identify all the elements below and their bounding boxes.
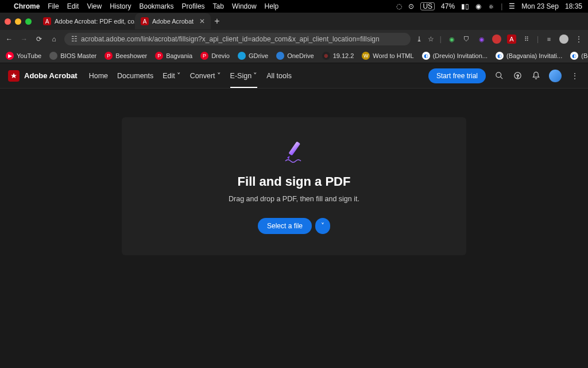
macos-menubar: Chrome File Edit View History Bookmarks …	[0, 0, 588, 13]
more-menu-icon[interactable]: ⋮	[570, 71, 580, 81]
nav-esign[interactable]: E-Sign ˅	[230, 63, 258, 88]
ext-puzzle-icon[interactable]: ⠿	[522, 34, 531, 44]
wifi-icon[interactable]: ◉	[475, 2, 481, 10]
tab-acrobat-pdf-edit[interactable]: A Adobe Acrobat: PDF edit, co... ✕	[37, 13, 135, 29]
browser-addressbar: ← → ⟳ ⌂ ☷ acrobat.adobe.com/link/acrobat…	[0, 30, 588, 48]
home-button[interactable]: ⌂	[49, 35, 59, 43]
acrobat-logo-icon	[8, 70, 20, 82]
ext-red-icon[interactable]	[492, 34, 501, 44]
help-icon[interactable]: ?	[512, 71, 523, 81]
bookmark-beeshower[interactable]: PBeeshower	[105, 52, 147, 60]
tab-label: Adobe Acrobat	[152, 18, 194, 25]
chevron-down-icon: ˅	[177, 71, 181, 80]
menu-help[interactable]: Help	[265, 2, 279, 10]
battery-icon: ▮▯	[461, 2, 469, 10]
acrobat-brand-label: Adobe Acrobat	[24, 71, 78, 80]
bookmarks-bar: ▶YouTube BIOS Master PBeeshower PBagvani…	[0, 48, 588, 63]
nav-alltools[interactable]: All tools	[266, 63, 292, 88]
fill-sign-card: Fill and sign a PDF Drag and drop a PDF,…	[122, 117, 466, 255]
svg-marker-5	[287, 156, 290, 159]
menu-profiles[interactable]: Profiles	[182, 2, 205, 10]
bookmark-drevio[interactable]: PDrevio	[200, 52, 230, 60]
svg-rect-4	[288, 141, 300, 156]
acrobat-main: Fill and sign a PDF Drag and drop a PDF,…	[0, 89, 588, 368]
nav-convert[interactable]: Convert ˅	[190, 63, 221, 88]
tab-favicon-icon: A	[43, 17, 51, 25]
status-record-icon[interactable]: ⊙	[408, 2, 414, 10]
close-window-button[interactable]	[5, 18, 11, 25]
browser-tabstrip: A Adobe Acrobat: PDF edit, co... ✕ A Ado…	[0, 13, 588, 30]
acrobat-logo[interactable]: Adobe Acrobat	[8, 70, 78, 82]
install-app-icon[interactable]: ⤓	[416, 35, 422, 43]
reload-button[interactable]: ⟳	[34, 35, 44, 43]
ext-noscript-icon[interactable]: ◉	[477, 34, 486, 44]
ext-shield-icon[interactable]: ◉	[447, 34, 457, 44]
url-text: acrobat.adobe.com/link/acrobat/fillsign?…	[81, 35, 380, 43]
menu-history[interactable]: History	[110, 2, 131, 10]
site-settings-icon[interactable]: ☷	[71, 35, 78, 43]
menu-file[interactable]: File	[48, 2, 59, 10]
status-wifi-icon[interactable]: ⨳	[488, 2, 494, 10]
acrobat-nav: Home Documents Edit ˅ Convert ˅ E-Sign ˅…	[89, 63, 292, 88]
bookmark-bagvania[interactable]: PBagvania	[155, 52, 192, 60]
chevron-down-icon: ˅	[253, 71, 257, 80]
back-button[interactable]: ←	[5, 35, 14, 43]
menu-window[interactable]: Window	[232, 2, 257, 10]
bookmark-19-12-2[interactable]: ⊗19.12.2	[322, 52, 354, 60]
bookmark-star-icon[interactable]: ☆	[428, 35, 434, 43]
status-battery[interactable]: 47%	[441, 2, 455, 10]
acrobat-header: Adobe Acrobat Home Documents Edit ˅ Conv…	[0, 63, 588, 89]
url-input[interactable]: ☷ acrobat.adobe.com/link/acrobat/fillsig…	[64, 33, 411, 45]
profile-avatar-icon[interactable]	[559, 34, 568, 44]
chrome-menu-button[interactable]: ⋮	[574, 35, 583, 43]
profile-avatar[interactable]	[549, 70, 562, 82]
maximize-window-button[interactable]	[25, 18, 32, 25]
tab-favicon-icon: A	[141, 17, 149, 25]
notifications-icon[interactable]	[531, 71, 541, 81]
ext-acrobat-icon[interactable]: A	[507, 34, 516, 44]
card-subtitle: Drag and drop a PDF, then fill and sign …	[229, 195, 359, 203]
chevron-down-icon: ˅	[217, 71, 221, 80]
bookmark-youtube[interactable]: ▶YouTube	[6, 52, 41, 60]
ext-reader-icon[interactable]: ≡	[544, 34, 554, 44]
tab-adobe-acrobat[interactable]: A Adobe Acrobat ✕	[135, 13, 211, 29]
forward-button[interactable]: →	[20, 35, 29, 43]
bookmark-gdrive[interactable]: GDrive	[238, 52, 268, 60]
ext-lock-icon[interactable]: ⛉	[462, 34, 471, 44]
card-title: Fill and sign a PDF	[238, 174, 351, 189]
svg-point-0	[496, 72, 501, 78]
bookmark-bagvania-invitation[interactable]: ◐(Bagvania) Invitati...	[496, 52, 562, 60]
bookmark-onedrive[interactable]: OneDrive	[276, 52, 314, 60]
status-lang[interactable]: US	[420, 2, 435, 10]
menu-app[interactable]: Chrome	[14, 2, 40, 10]
svg-text:?: ?	[516, 74, 519, 79]
close-tab-icon[interactable]: ✕	[199, 17, 205, 25]
start-free-trial-button[interactable]: Start free trial	[428, 68, 486, 83]
select-file-button[interactable]: Select a file	[258, 218, 312, 234]
search-icon[interactable]	[494, 71, 504, 81]
status-date[interactable]: Mon 23 Sep	[521, 2, 559, 10]
nav-documents[interactable]: Documents	[117, 63, 153, 88]
tab-label: Adobe Acrobat: PDF edit, co...	[55, 18, 135, 25]
status-dnd-icon[interactable]: ◌	[396, 2, 402, 10]
control-center-icon[interactable]: ☰	[509, 2, 515, 10]
status-time[interactable]: 18:35	[565, 2, 582, 10]
window-controls	[5, 18, 32, 25]
nav-edit[interactable]: Edit ˅	[163, 63, 181, 88]
bookmark-drevio-invitation[interactable]: ◐(Drevio) Invitation...	[422, 52, 488, 60]
menu-view[interactable]: View	[87, 2, 102, 10]
menu-bookmarks[interactable]: Bookmarks	[140, 2, 174, 10]
page-content: Adobe Acrobat Home Documents Edit ˅ Conv…	[0, 63, 588, 368]
chevron-down-icon: ˅	[321, 222, 324, 230]
menu-edit[interactable]: Edit	[67, 2, 79, 10]
new-tab-button[interactable]: +	[214, 16, 219, 26]
menu-tab[interactable]: Tab	[213, 2, 224, 10]
pen-sign-icon	[280, 139, 308, 166]
bookmark-word-to-html[interactable]: WWord to HTML	[362, 52, 413, 60]
nav-home[interactable]: Home	[89, 63, 108, 88]
select-file-dropdown-button[interactable]: ˅	[315, 218, 330, 234]
minimize-window-button[interactable]	[15, 18, 21, 25]
bookmark-beeshower-invitation[interactable]: ◐(Beeshower) Invita...	[570, 52, 588, 60]
bookmark-bios-master[interactable]: BIOS Master	[49, 52, 96, 60]
svg-line-1	[500, 76, 502, 79]
